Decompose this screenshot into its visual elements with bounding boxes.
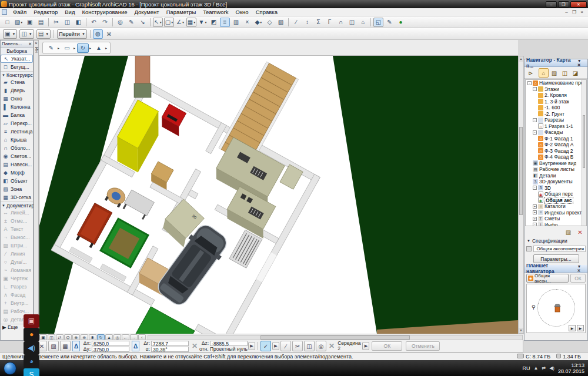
redo-icon[interactable]: ↷ [100, 18, 110, 27]
minimize-button[interactable]: – [546, 1, 557, 8]
guide-segment-button[interactable]: ∕ [280, 341, 291, 351]
toolbox-item-3dсетка[interactable]: ▦3D-сетка [1, 193, 33, 202]
check-mark-icon[interactable]: ● [396, 18, 406, 27]
magic-wand-button[interactable]: ◎ [316, 341, 326, 351]
mdi-close-button[interactable]: × [578, 9, 586, 15]
toolbox-document-header[interactable]: ▼ Документир [1, 202, 33, 209]
tree-item-2грунт[interactable]: -2. Грунт [526, 111, 586, 118]
tree-item-ф3фасад2[interactable]: ⌂Ф-3 Фасад 2 [526, 148, 586, 155]
skewed-grid-button[interactable]: ▨ [48, 341, 59, 351]
toolbox-item-дверь[interactable]: ▮Дверь [1, 86, 33, 95]
scroll-thumb[interactable] [519, 127, 523, 215]
offset-icon[interactable]: ◫ [347, 18, 357, 27]
3d-view-canvas[interactable]: 90 [39, 56, 518, 334]
delete-button[interactable]: ✕ [575, 227, 585, 237]
parameters-button[interactable]: Параметры... [533, 254, 579, 263]
toolbox-item-отме[interactable]: ±Отме... [1, 217, 33, 225]
tree-item-внутренниевид[interactable]: ▣Внутренние вид [526, 160, 586, 167]
snap-point-block[interactable]: Середина 2 [338, 341, 360, 351]
tree-item-рабочиелисты[interactable]: ▤Рабочие листы [526, 166, 586, 173]
trim-icon[interactable]: Σ [313, 18, 323, 27]
quick-options-combo-3[interactable]: ▤ ▼ [36, 29, 51, 39]
explore-model-button[interactable]: ж [104, 29, 114, 39]
menu-item-вид[interactable]: Вид [61, 9, 78, 15]
close-button[interactable]: ✕ [570, 1, 587, 8]
taskbar-app-firefox[interactable]: ● [24, 328, 39, 341]
toolbox-header[interactable]: Панель... ✕ [1, 41, 33, 48]
arrow-tool-icon[interactable]: ↖▾ [153, 18, 163, 27]
toolbox-construct-header[interactable]: ▼ Конструирс [1, 71, 33, 78]
menu-item-окно[interactable]: Окно [232, 9, 252, 15]
maximize-button[interactable]: ❒ [558, 1, 569, 8]
tree-item-ф1фасад1[interactable]: ⌂Ф-1 Фасад 1 [526, 136, 586, 142]
tree-item-ф2фасада[interactable]: ⌂Ф-2 Фасад А [526, 142, 586, 148]
tree-item-наименованиепрое[interactable]: -⌂Наименование прое [526, 80, 586, 86]
toolbox-item-крыша[interactable]: ⌂Крыша [1, 136, 33, 144]
layers-icon[interactable]: ≡ [220, 18, 230, 27]
tree-expander-icon[interactable]: + [533, 210, 537, 214]
scroll-down-icon[interactable]: ▼ [519, 328, 523, 333]
tree-item-индексыпроект[interactable]: +≡Индексы проект [526, 210, 586, 216]
intersect-icon[interactable]: Γ [325, 18, 335, 27]
new-folder-button[interactable]: ▨ [563, 227, 573, 237]
tree-item-разрезы[interactable]: -Разрезы [526, 117, 586, 123]
toolbox-item-чертеж[interactable]: ▣Чертеж [1, 274, 33, 283]
vertical-scrollbar[interactable]: ▲ ▼ [518, 56, 524, 334]
cut-icon[interactable]: ✂ [51, 18, 61, 27]
tree-expander-icon[interactable]: + [533, 204, 537, 209]
dx-input[interactable]: 6250,0 [92, 341, 129, 346]
toolbox-item-штри[interactable]: ▨Штри... [1, 241, 33, 250]
project-map-button[interactable]: ⌂ [539, 68, 549, 78]
toolbox-item-разрез[interactable]: ∟Разрез [1, 283, 33, 291]
infobox-collapsed-tab[interactable]: × Ин [34, 40, 39, 341]
language-indicator[interactable]: RU [523, 365, 530, 371]
menu-item-конструирование[interactable]: Конструирование [78, 9, 131, 15]
tree-item-3dдокументы[interactable]: 33D-документы [526, 179, 586, 185]
scroll-thumb[interactable] [260, 335, 410, 340]
start-button[interactable] [4, 362, 16, 375]
open-project-icon[interactable]: ▨▾ [14, 18, 24, 27]
tree-expander-icon[interactable]: - [533, 118, 537, 122]
network-icon[interactable]: ⇄ [542, 365, 546, 371]
toolbox-item-линия[interactable]: ∕Линия [1, 250, 33, 258]
toolbox-item-перекр[interactable]: ▱Перекр... [1, 119, 33, 127]
toolbox-item-светов[interactable]: ◉Светов... [1, 152, 33, 160]
cancel-button[interactable]: Отменить [406, 341, 440, 351]
markup-pen-icon[interactable]: ✎ [385, 18, 395, 27]
taskbar-app-thunderbird[interactable]: ◕ [24, 355, 39, 368]
toolbox-item-линей[interactable]: ↔Линей... [1, 209, 33, 217]
tray-expand-icon[interactable]: ▲ [534, 365, 539, 371]
offset-button[interactable]: ✂ [292, 341, 303, 351]
pointer-mode-button[interactable]: ▲ [93, 43, 105, 53]
menu-item-файл[interactable]: Файл [9, 9, 30, 15]
toolbox-item-стена[interactable]: ▰Стена [1, 78, 33, 86]
toolbox-item-дуга[interactable]: ○Дуга/... [1, 258, 33, 266]
dz-input[interactable]: -8885,5 [210, 341, 248, 346]
element-filter-icon[interactable]: ▧ [276, 18, 286, 27]
tree-expander-icon[interactable]: - [533, 223, 537, 226]
taskbar-app-red-disk-app[interactable]: ▣ [24, 314, 39, 328]
angle-input[interactable]: 30,36° [151, 347, 189, 352]
marquee-edit-icon[interactable]: ◱ [373, 18, 383, 27]
toolbox-item-навесн[interactable]: ▤Навесн... [1, 160, 33, 169]
pick-up-parameters-icon[interactable]: ✎ [126, 18, 136, 27]
layout-book-button[interactable]: ◫ [560, 68, 570, 78]
new-document-icon[interactable]: □ [2, 18, 12, 27]
next-view-button[interactable]: ▶ [577, 325, 584, 331]
toolbox-item-колонна[interactable]: ▌Колонна [1, 103, 33, 111]
taskbar-app-skype[interactable]: S [24, 368, 39, 376]
toolbox-item-оболо[interactable]: ∩Оболо... [1, 144, 33, 152]
spec-name-field[interactable]: Общая аксонометрия [533, 246, 586, 252]
save-project-icon[interactable]: ▣ [25, 18, 35, 27]
menu-item-teamwork[interactable]: Teamwork [199, 9, 232, 15]
close-icon[interactable]: ✕ [577, 268, 580, 273]
guide-lines-icon[interactable]: ∠▾ [175, 18, 185, 27]
toolbox-item-указат[interactable]: ↖Указат... [1, 55, 33, 63]
multiply-button[interactable]: ◫ [304, 341, 315, 351]
inject-parameters-icon[interactable]: ↘ [138, 18, 148, 27]
scroll-up-icon[interactable]: ▲ [519, 56, 523, 62]
close-icon[interactable]: ✕ [577, 63, 581, 67]
toolbox-item-ломаная[interactable]: ~Ломаная [1, 266, 33, 274]
dr-input[interactable]: 7288,7 [151, 341, 189, 346]
navigator-tablet-header[interactable]: Планшет навигатора ▼ ✕ [524, 265, 587, 273]
